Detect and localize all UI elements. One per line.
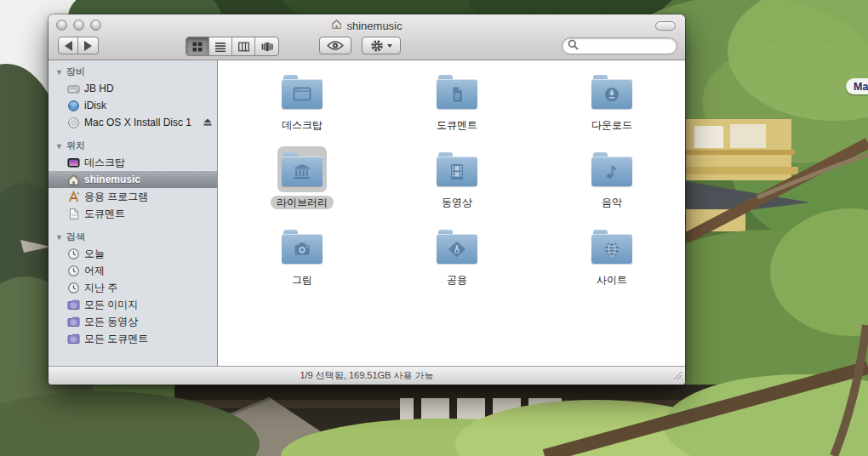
sidebar-section-devices: ▼ 장비 bbox=[49, 64, 217, 80]
sidebar-item-label: JB HD bbox=[84, 83, 114, 94]
folder-label: 그림 bbox=[286, 273, 318, 287]
smart-folder-icon bbox=[66, 333, 80, 345]
sidebar-item-yesterday[interactable]: 어제 bbox=[49, 262, 217, 279]
pictures-folder-icon bbox=[277, 224, 327, 270]
sidebar-item-label: 어제 bbox=[84, 264, 105, 278]
quicklook-button[interactable] bbox=[319, 37, 351, 54]
music-folder-icon bbox=[587, 146, 637, 192]
view-mode-segmented-control bbox=[186, 37, 279, 56]
finder-window: shinemusic bbox=[49, 14, 685, 385]
sidebar-item-label: 오늘 bbox=[84, 247, 105, 261]
sidebar-section-search: ▼ 검색 bbox=[49, 229, 217, 245]
applications-icon bbox=[66, 191, 80, 203]
status-text: 1/9 선택됨, 169.51GB 사용 가능 bbox=[300, 369, 433, 382]
sidebar-item-label: Mac OS X Install Disc 1 bbox=[84, 117, 191, 128]
sidebar-item-shinemusic[interactable]: shinemusic bbox=[49, 171, 217, 188]
sidebar-item-label: 모든 도큐멘트 bbox=[84, 332, 148, 346]
sidebar-item-applications[interactable]: 응용 프로그램 bbox=[49, 188, 217, 205]
sidebar-item-documents[interactable]: 도큐멘트 bbox=[49, 205, 217, 222]
window-title-area: shinemusic bbox=[49, 19, 685, 32]
folder-item-documents[interactable]: 도큐멘트 bbox=[380, 67, 534, 145]
disclosure-triangle-icon[interactable]: ▼ bbox=[55, 68, 63, 77]
search-input[interactable] bbox=[581, 39, 671, 53]
forward-button[interactable] bbox=[78, 37, 99, 54]
list-view-icon bbox=[215, 42, 226, 52]
folder-item-movies[interactable]: 동영상 bbox=[380, 145, 534, 222]
search-icon bbox=[568, 38, 579, 54]
smart-folder-icon bbox=[66, 299, 80, 311]
sidebar-item-idisk[interactable]: iDisk bbox=[49, 97, 217, 114]
movies-folder-icon bbox=[432, 146, 482, 192]
desktop-icon-label-partial[interactable]: Ma bbox=[846, 78, 868, 94]
folder-label: 공용 bbox=[441, 273, 473, 287]
folder-label: 데스크탑 bbox=[276, 118, 328, 132]
chevron-down-icon bbox=[387, 44, 392, 48]
sidebar-item-label: shinemusic bbox=[84, 174, 140, 185]
section-label: 장비 bbox=[66, 66, 85, 78]
window-body: ▼ 장비 JB HD iDisk Mac OS X Install Disc bbox=[49, 60, 685, 366]
sidebar-item-all-movies[interactable]: 모든 동영상 bbox=[49, 313, 217, 330]
sidebar-item-past-week[interactable]: 지난 주 bbox=[49, 279, 217, 296]
idisk-icon bbox=[66, 100, 80, 112]
icon-view-icon bbox=[192, 42, 203, 52]
sidebar-item-label: 도큐멘트 bbox=[84, 207, 125, 221]
folder-label: 동영상 bbox=[436, 196, 478, 209]
desktop: { "colors": { "folder_blue_top": "#a3c0d… bbox=[0, 0, 868, 456]
folder-label: 사이트 bbox=[591, 273, 633, 287]
coverflow-view-button[interactable] bbox=[255, 37, 278, 55]
folder-label: 다운로드 bbox=[585, 118, 638, 132]
folder-item-library[interactable]: 라이브러리 bbox=[225, 145, 380, 222]
file-browser-content[interactable]: 데스크탑 도큐멘트 다운로드 bbox=[218, 60, 685, 366]
downloads-folder-icon bbox=[587, 69, 637, 115]
toolbar bbox=[49, 34, 685, 60]
documents-folder-icon bbox=[432, 69, 482, 115]
home-icon bbox=[331, 19, 342, 32]
folder-label: 음악 bbox=[596, 196, 628, 209]
sidebar-item-all-documents[interactable]: 모든 도큐멘트 bbox=[49, 330, 217, 347]
action-button[interactable] bbox=[362, 37, 401, 54]
toolbar-toggle-button[interactable] bbox=[655, 21, 676, 31]
sidebar-item-desktop[interactable]: 데스크탑 bbox=[49, 154, 217, 171]
icon-grid: 데스크탑 도큐멘트 다운로드 bbox=[218, 60, 685, 299]
folder-item-downloads[interactable]: 다운로드 bbox=[534, 67, 685, 145]
icon-view-button[interactable] bbox=[186, 37, 209, 55]
disclosure-triangle-icon[interactable]: ▼ bbox=[55, 142, 63, 151]
resize-grip[interactable] bbox=[671, 369, 682, 382]
eject-icon[interactable] bbox=[203, 117, 213, 129]
sidebar-item-label: 응용 프로그램 bbox=[84, 190, 148, 204]
folder-item-public[interactable]: 공용 bbox=[380, 222, 534, 299]
sidebar-item-label: 모든 이미지 bbox=[84, 298, 138, 312]
sidebar-item-jb-hd[interactable]: JB HD bbox=[49, 80, 217, 97]
sidebar-item-label: 지난 주 bbox=[84, 281, 117, 295]
folder-item-pictures[interactable]: 그림 bbox=[225, 222, 380, 299]
back-arrow-icon bbox=[65, 41, 72, 51]
sites-folder-icon bbox=[587, 224, 637, 270]
search-field[interactable] bbox=[562, 37, 677, 54]
list-view-button[interactable] bbox=[209, 37, 232, 55]
sidebar-item-all-images[interactable]: 모든 이미지 bbox=[49, 296, 217, 313]
clock-icon bbox=[66, 265, 80, 277]
sidebar-item-label: 모든 동영상 bbox=[84, 315, 138, 329]
desktop-folder-icon bbox=[277, 69, 327, 115]
eye-icon bbox=[327, 40, 344, 51]
hard-drive-icon bbox=[66, 83, 80, 95]
library-folder-icon bbox=[277, 146, 327, 192]
desktop-icon-label-text: Ma bbox=[854, 81, 868, 93]
sidebar-item-macosx-install-disc[interactable]: Mac OS X Install Disc 1 bbox=[49, 114, 217, 131]
section-label: 검색 bbox=[66, 231, 85, 243]
titlebar[interactable]: shinemusic bbox=[49, 14, 685, 34]
section-label: 위치 bbox=[66, 140, 85, 152]
folder-item-desktop[interactable]: 데스크탑 bbox=[225, 67, 380, 145]
window-chrome[interactable]: shinemusic bbox=[49, 14, 685, 60]
sidebar-item-label: 데스크탑 bbox=[84, 156, 125, 170]
column-view-button[interactable] bbox=[232, 37, 255, 55]
folder-item-music[interactable]: 음악 bbox=[534, 145, 685, 222]
desktop-display-icon bbox=[66, 157, 80, 169]
clock-icon bbox=[66, 282, 80, 294]
disclosure-triangle-icon[interactable]: ▼ bbox=[55, 233, 63, 242]
folder-item-sites[interactable]: 사이트 bbox=[534, 222, 685, 299]
sidebar-item-today[interactable]: 오늘 bbox=[49, 245, 217, 262]
back-button[interactable] bbox=[58, 37, 78, 54]
navigation-buttons bbox=[58, 37, 99, 54]
home-icon bbox=[66, 174, 80, 186]
